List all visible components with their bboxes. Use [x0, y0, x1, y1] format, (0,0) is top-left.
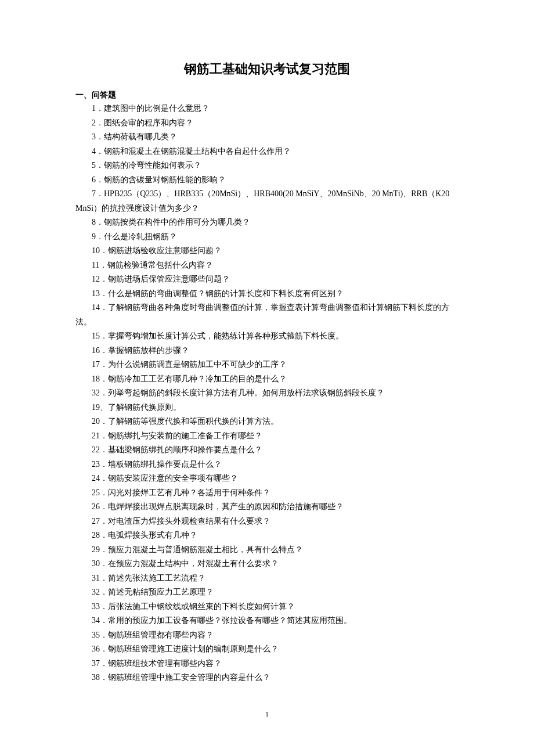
question-item: 19、了解钢筋代换原则。 [75, 401, 459, 415]
question-item: 3．结构荷载有哪几类？ [75, 130, 459, 145]
question-item: 8．钢筋按类在构件中的作用可分为哪几类？ [75, 215, 459, 230]
question-item: 20．了解钢筋等强度代换和等面积代换的计算方法。 [75, 415, 459, 429]
question-item: 12．钢筋进场后保管应注意哪些问题？ [75, 272, 459, 287]
question-item: 10．钢筋进场验收应注意哪些问题？ [75, 244, 459, 258]
page-number: 1 [75, 708, 459, 721]
question-item: 29．预应力混凝土与普通钢筋混凝土相比，具有什么特点？ [75, 543, 459, 557]
question-item: 34．常用的预应力加工设备有哪些？张拉设备有哪些？简述其应用范围。 [75, 614, 459, 628]
question-item: 6．钢筋的含碳量对钢筋性能的影响？ [75, 173, 459, 188]
question-item: 11．钢筋检验通常包括什么内容？ [75, 258, 459, 273]
question-item: 18．钢筋冷加工工艺有哪几种？冷加工的目的是什么？ [75, 372, 459, 387]
question-item: 32．列举弯起钢筋的斜段长度计算方法有几种。如何用放样法求该钢筋斜段长度？ [75, 386, 459, 401]
page-title: 钢筋工基础知识考试复习范围 [75, 58, 459, 81]
question-item: 21．钢筋绑扎与安装前的施工准备工作有哪些？ [75, 429, 459, 444]
question-item: 5．钢筋的冷弯性能如何表示？ [75, 159, 459, 173]
question-item: 9．什么是冷轧扭钢筋？ [75, 230, 459, 244]
question-item: 13．什么是钢筋的弯曲调整值？钢筋的计算长度和下料长度有何区别？ [75, 287, 459, 301]
question-item: 26．电焊焊接出现焊点脱离现象时，其产生的原因和防治措施有哪些？ [75, 500, 459, 514]
question-item: 16．掌握钢筋放样的步骤？ [75, 344, 459, 358]
question-item: 1．建筑图中的比例是什么意思？ [75, 102, 459, 116]
question-item: 17．为什么说钢筋调直是钢筋加工中不可缺少的工序？ [75, 358, 459, 372]
question-item: 7．HPB235（Q235）、HRB335（20MnSi）、HRB400(20 … [75, 187, 459, 215]
question-item: 4．钢筋和混凝土在钢筋混凝土结构中各自起什么作用？ [75, 145, 459, 159]
question-item: 23．墙板钢筋绑扎操作要点是什么？ [75, 458, 459, 472]
question-item: 33．后张法施工中钢绞线或钢丝束的下料长度如何计算？ [75, 600, 459, 614]
section-header: 一、问答题 [75, 88, 459, 102]
question-item: 31．简述先张法施工工艺流程？ [75, 571, 459, 586]
question-item: 27．对电渣压力焊接头外观检查结果有什么要求？ [75, 514, 459, 529]
question-item: 22．基础梁钢筋绑扎的顺序和操作要点是什么？ [75, 443, 459, 458]
question-item: 37．钢筋班组技术管理有哪些内容？ [75, 657, 459, 671]
question-item: 36．钢筋班组管理施工进度计划的编制原则是什么？ [75, 642, 459, 657]
question-item: 2．图纸会审的程序和内容？ [75, 116, 459, 131]
question-item: 28．电弧焊接头形式有几种？ [75, 528, 459, 543]
question-item: 30．在预应力混凝土结构中，对混凝土有什么要求？ [75, 557, 459, 571]
question-item: 35．钢筋班组管理都有哪些内容？ [75, 628, 459, 643]
question-item: 14．了解钢筋弯曲各种角度时弯曲调整值的计算，掌握查表计算弯曲调整值和计算钢筋下… [75, 301, 459, 329]
question-item: 15．掌握弯钩增加长度计算公式，能熟练计算各种形式箍筋下料长度。 [75, 329, 459, 344]
question-item: 24．钢筋安装应注意的安全事项有哪些？ [75, 471, 459, 486]
question-item: 25．闪光对接焊工艺有几种？各适用于何种条件？ [75, 486, 459, 501]
question-item: 32．简述无粘结预应力工艺原理？ [75, 585, 459, 600]
question-item: 38．钢筋班组管理中施工安全管理的内容是什么？ [75, 671, 459, 685]
